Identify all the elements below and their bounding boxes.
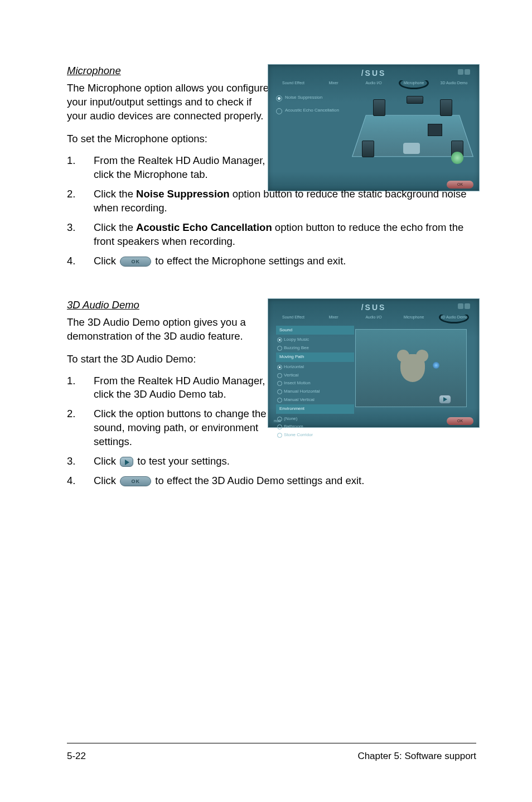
demo3d-screenshot: /SUS Sound Effect Mixer Audio I/O Microp… [268,298,480,428]
chapter-label: Chapter 5: Software support [357,750,476,763]
path-option[interactable]: Vertical [276,371,354,380]
option-acoustic-echo-cancellation[interactable]: Acoustic Echo Cancellation [276,104,349,117]
path-option[interactable]: Horizontal [276,363,354,371]
sound-option[interactable]: Loopy Music [276,336,354,344]
tab-microphone[interactable]: Microphone [395,315,432,323]
demo3d-step-4: Click OK to effect the 3D Audio Demo set… [67,474,476,488]
env-option[interactable]: Bathroom [276,423,354,431]
microphone-to-line: To set the Microphone options: [67,132,273,146]
mic-step-3: Click the Acoustic Echo Cancellation opt… [67,221,476,249]
window-controls [458,303,473,310]
ok-button-icon: OK [120,476,151,486]
page-number: 5-22 [67,750,86,763]
tab-audio-io[interactable]: Audio I/O [355,80,392,89]
sound-option[interactable]: Buzzing Bee [276,344,354,352]
tab-microphone[interactable]: Microphone [395,80,432,89]
demo3d-step-3: Click to test your settings. [67,455,476,468]
tab-sound-effect[interactable]: Sound Effect [275,315,312,323]
demo3d-intro: The 3D Audio Demo option gives you a dem… [67,316,273,344]
mic-step-2: Click the Noise Suppression option butto… [67,187,476,215]
play-button-icon [120,457,133,467]
env-option[interactable]: Stone Corridor [276,431,354,439]
microphone-heading: Microphone [67,64,273,78]
path-option[interactable]: Insect Motion [276,379,354,388]
globe-icon [451,152,463,164]
mic-step-4: Click OK to effect the Microphone settin… [67,254,476,268]
demo3d-heading: 3D Audio Demo [67,298,273,312]
microphone-intro: The Microphone option allows you configu… [67,81,273,123]
highlight-ring-icon [399,80,429,89]
head-icon [400,354,425,382]
group-sound-head: Sound [276,326,354,335]
tab-sound-effect[interactable]: Sound Effect [275,80,312,89]
screenshot-ok-button[interactable]: OK [447,417,473,425]
demo3d-step-2: Click the option buttons to change the s… [67,407,273,449]
demo3d-step-1: From the Realtek HD Audio Manager, click… [67,374,273,402]
microphone-screenshot: /SUS Sound Effect Mixer Audio I/O Microp… [268,64,480,191]
play-button[interactable] [439,395,451,404]
tab-mixer[interactable]: Mixer [315,315,352,323]
mic-step-1: From the Realtek HD Audio Manager, click… [67,154,273,182]
highlight-ring-icon [439,315,469,323]
option-noise-suppression[interactable]: Noise Suppression [276,91,349,104]
env-option[interactable]: (None) [276,415,354,423]
tab-mixer[interactable]: Mixer [315,80,352,89]
room-diagram [354,91,471,170]
window-controls [458,69,473,76]
tab-3d-audio-demo[interactable]: 3D Audio Demo [436,315,472,323]
group-path-head: Moving Path [276,352,354,362]
tab-3d-audio-demo[interactable]: 3D Audio Demo [436,80,472,89]
group-env-head: Environment [276,404,354,414]
demo3d-to-line: To start the 3D Audio Demo: [67,352,273,366]
sound-source-icon [433,362,439,369]
screenshot-brand: /SUS [268,302,479,313]
screenshot-brand: /SUS [268,68,479,79]
ok-button-icon: OK [120,257,151,267]
tab-audio-io[interactable]: Audio I/O [355,315,392,323]
screenshot-status: null [274,418,280,424]
path-option[interactable]: Manual Vertical [276,396,354,404]
path-option[interactable]: Manual Horizontal [276,388,354,396]
